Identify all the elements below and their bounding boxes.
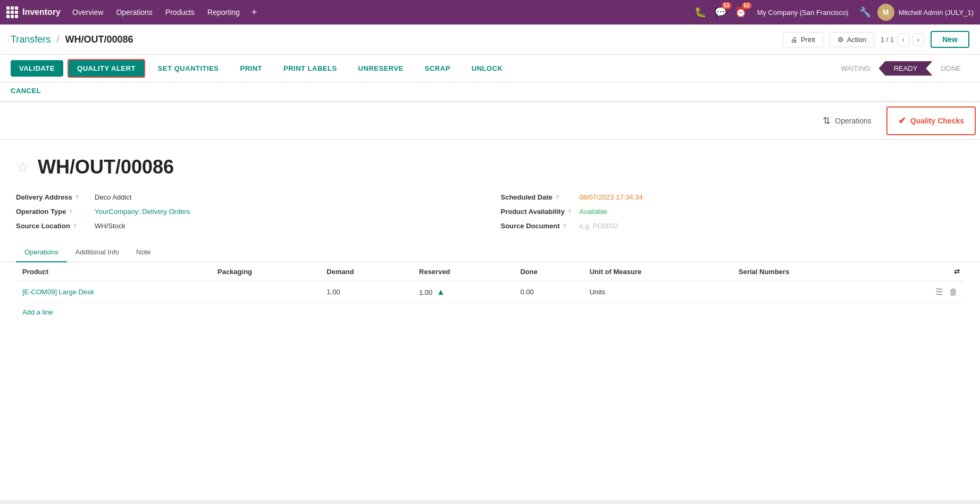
delivery-address-label: Delivery Address ?: [16, 193, 90, 201]
product-name[interactable]: [E-COM09] Large Desk: [22, 288, 94, 296]
field-scheduled-date: Scheduled Date ? 08/07/2023 17:34:34: [501, 193, 965, 201]
source-document-help[interactable]: ?: [563, 223, 566, 229]
nav-products[interactable]: Products: [160, 6, 200, 19]
nav-icons: 🐛 💬 53 ⏰ 63 My Company (San Francisco) 🔧…: [692, 4, 974, 21]
col-packaging: Packaging: [211, 262, 320, 282]
cell-packaging: [211, 282, 320, 303]
col-product: Product: [16, 262, 211, 282]
top-navbar: Inventory Overview Operations Products R…: [0, 0, 980, 24]
status-done: DONE: [932, 61, 969, 76]
source-document-label: Source Document ?: [501, 222, 575, 230]
cell-reserved: 1.00 ▲: [413, 282, 514, 303]
product-table: Product Packaging Demand Reserved Done U…: [16, 262, 964, 303]
messages-icon[interactable]: 💬 53: [713, 4, 728, 20]
product-availability-value: Available: [580, 208, 608, 216]
set-quantities-button[interactable]: SET QUANTITIES: [149, 60, 228, 77]
form-tab-operations[interactable]: Operations: [16, 243, 67, 262]
delivery-address-value: Deco Addict: [95, 193, 131, 201]
operation-type-value[interactable]: YourCompany: Delivery Orders: [95, 208, 190, 216]
delete-row-icon[interactable]: 🗑: [947, 286, 960, 298]
favorite-star-icon[interactable]: ☆: [16, 159, 29, 176]
user-name: Mitchell Admin (JULY_1): [899, 9, 974, 16]
scrap-button[interactable]: SCRAP: [416, 60, 459, 77]
breadcrumb-actions: 🖨 Print ⚙ Action 1 / 1 ‹ › New: [783, 31, 969, 48]
field-delivery-address: Delivery Address ? Deco Addict: [16, 193, 480, 201]
field-source-location: Source Location ? WH/Stock: [16, 222, 480, 230]
col-reserved: Reserved: [413, 262, 514, 282]
cancel-button[interactable]: CANCEL: [11, 85, 41, 97]
breadcrumb-parent[interactable]: Transfers: [11, 34, 51, 45]
nav-overview[interactable]: Overview: [67, 6, 108, 19]
source-location-help[interactable]: ?: [73, 223, 76, 229]
scheduled-date-value: 08/07/2023 17:34:34: [580, 193, 643, 201]
print-label: Print: [801, 36, 815, 44]
nav-reporting[interactable]: Reporting: [202, 6, 245, 19]
operation-type-help[interactable]: ?: [69, 209, 72, 215]
view-tabs-container: ⇅ Operations ✔ Quality Checks: [0, 102, 980, 140]
quality-alert-button[interactable]: QUALITY ALERT: [68, 59, 145, 78]
cell-done[interactable]: 0.00: [514, 282, 583, 303]
col-serial-numbers: Serial Numbers: [732, 262, 878, 282]
bug-icon[interactable]: 🐛: [692, 4, 708, 20]
tab-quality-checks[interactable]: ✔ Quality Checks: [886, 106, 976, 135]
col-demand: Demand: [320, 262, 413, 282]
print-labels-button[interactable]: PRINT LABELS: [275, 60, 346, 77]
validate-button[interactable]: VALIDATE: [11, 60, 63, 77]
form-area: ☆ WH/OUT/00086 Delivery Address ? Deco A…: [0, 140, 980, 321]
action-button[interactable]: ⚙ Action: [830, 32, 874, 47]
status-bar: WAITING READY DONE: [833, 61, 969, 76]
activities-icon[interactable]: ⏰ 63: [733, 4, 749, 20]
pager-prev[interactable]: ‹: [897, 33, 909, 46]
product-availability-label: Product Availability ?: [501, 208, 575, 216]
pager: 1 / 1 ‹ ›: [881, 33, 924, 46]
form-fields: Delivery Address ? Deco Addict Scheduled…: [16, 193, 964, 230]
cell-demand: 1.00: [320, 282, 413, 303]
col-settings[interactable]: ⇄: [878, 262, 964, 282]
forecast-icon[interactable]: ▲: [437, 287, 445, 296]
pager-next[interactable]: ›: [912, 33, 924, 46]
delivery-address-help[interactable]: ?: [75, 194, 78, 201]
breadcrumb-bar: Transfers / WH/OUT/00086 🖨 Print ⚙ Actio…: [0, 24, 980, 55]
print-btn[interactable]: PRINT: [231, 60, 271, 77]
field-operation-type: Operation Type ? YourCompany: Delivery O…: [16, 208, 480, 216]
product-availability-help[interactable]: ?: [568, 209, 571, 215]
source-location-label: Source Location ?: [16, 222, 90, 230]
print-button[interactable]: 🖨 Print: [783, 32, 823, 47]
table-header-row: Product Packaging Demand Reserved Done U…: [16, 262, 964, 282]
field-product-availability: Product Availability ? Available: [501, 208, 965, 216]
nav-add-menu[interactable]: +: [247, 5, 262, 20]
detail-list-icon[interactable]: ☰: [933, 286, 945, 298]
breadcrumb: Transfers / WH/OUT/00086: [11, 34, 133, 45]
app-grid-icon[interactable]: [6, 6, 18, 18]
operation-type-label: Operation Type ?: [16, 208, 90, 216]
user-avatar[interactable]: M: [877, 4, 894, 21]
nav-brand[interactable]: Inventory: [6, 6, 61, 18]
breadcrumb-current: WH/OUT/00086: [65, 34, 133, 45]
form-tab-additional-info[interactable]: Additional Info: [67, 243, 128, 262]
new-button[interactable]: New: [931, 31, 969, 48]
pager-text: 1 / 1: [881, 36, 894, 44]
add-line-button[interactable]: Add a line: [16, 303, 60, 321]
tab-quality-checks-label: Quality Checks: [910, 117, 964, 125]
tab-operations[interactable]: ⇅ Operations: [812, 102, 882, 140]
page-wrapper: ⇅ Operations ✔ Quality Checks ☆ WH/OUT/0…: [0, 102, 980, 500]
gear-icon: ⚙: [837, 36, 844, 44]
print-icon: 🖨: [791, 36, 798, 44]
cell-serial-numbers: [732, 282, 878, 303]
source-document-placeholder[interactable]: e.g. PO0032: [580, 222, 618, 230]
source-location-value: WH/Stock: [95, 222, 125, 230]
unreserve-button[interactable]: UNRESERVE: [350, 60, 412, 77]
unlock-button[interactable]: UNLOCK: [463, 60, 512, 77]
nav-operations[interactable]: Operations: [111, 6, 157, 19]
company-name[interactable]: My Company (San Francisco): [753, 9, 853, 16]
sort-icon: ⇅: [823, 115, 831, 127]
record-name: WH/OUT/00086: [38, 156, 174, 178]
action-label: Action: [847, 36, 866, 44]
scheduled-date-help[interactable]: ?: [556, 194, 559, 201]
table-row: [E-COM09] Large Desk 1.00 1.00 ▲ 0.00 Un…: [16, 282, 964, 303]
brand-name[interactable]: Inventory: [22, 7, 61, 17]
form-tab-note[interactable]: Note: [128, 243, 159, 262]
col-unit-of-measure: Unit of Measure: [583, 262, 732, 282]
form-tabs: Operations Additional Info Note: [0, 243, 980, 262]
settings-icon[interactable]: 🔧: [857, 4, 873, 20]
